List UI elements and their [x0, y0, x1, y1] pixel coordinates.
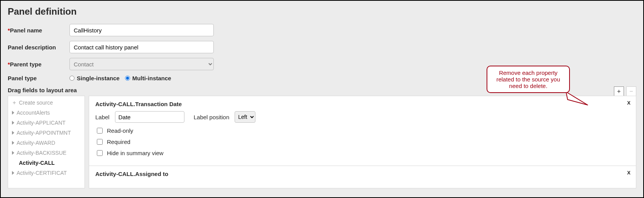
layout-area: + Create source AccountAlerts Activity-A… [8, 96, 636, 188]
parent-type-select[interactable]: Contact [69, 58, 214, 70]
minus-icon: − [629, 88, 633, 95]
hide-summary-label: Hide in summary view [107, 150, 164, 156]
remove-property-button[interactable]: X [627, 170, 630, 176]
radio-multi-instance[interactable]: Multi-instance [125, 75, 171, 81]
page-title: Panel definition [8, 6, 636, 17]
sidebar-item-certificat[interactable]: Activity-CERTIFICAT [10, 168, 83, 178]
label-row: Label Label position Left [95, 111, 630, 123]
property-layout-area[interactable]: Activity-CALL.Transaction Date X Label L… [89, 96, 636, 188]
sidebar-list: + Create source AccountAlerts Activity-A… [8, 96, 85, 179]
property-title: Activity-CALL.Assigned to [95, 171, 630, 177]
source-sidebar[interactable]: + Create source AccountAlerts Activity-A… [8, 96, 85, 188]
label-parent-type: *Parent type [8, 61, 69, 68]
hide-summary-checkbox[interactable] [97, 150, 103, 156]
panel-definition-screen: Panel definition *Panel name Panel descr… [0, 0, 644, 198]
chevron-right-icon [12, 151, 14, 155]
property-block-assigned-to: Activity-CALL.Assigned to X [89, 166, 636, 186]
chevron-right-icon [12, 171, 14, 175]
hide-summary-row: Hide in summary view [95, 149, 630, 157]
label-panel-desc: Panel description [8, 44, 69, 51]
row-panel-name: *Panel name [8, 24, 636, 36]
sidebar-item-award[interactable]: Activity-AWARD [10, 138, 83, 148]
required-label: Required [107, 139, 130, 145]
label-label: Label [95, 114, 110, 120]
annotation-callout: Remove each property related to the sour… [487, 66, 570, 93]
required-row: Required [95, 138, 630, 146]
readonly-row: Read-only [95, 127, 630, 135]
layout-toolbar: + − [614, 86, 636, 96]
property-title: Activity-CALL.Transaction Date [95, 101, 630, 107]
sidebar-item-applicant[interactable]: Activity-APPLICANT [10, 118, 83, 128]
chevron-right-icon [12, 111, 14, 115]
chevron-right-icon [12, 141, 14, 145]
panel-name-input[interactable] [69, 24, 214, 36]
add-button[interactable]: + [614, 86, 624, 96]
readonly-label: Read-only [107, 127, 133, 134]
property-block-transaction-date: Activity-CALL.Transaction Date X Label L… [89, 96, 636, 166]
label-panel-type: Panel type [8, 75, 69, 81]
label-panel-name: *Panel name [8, 27, 69, 34]
sidebar-create-source[interactable]: + Create source [10, 98, 83, 108]
plus-icon: + [12, 100, 17, 106]
sidebar-item-backissue[interactable]: Activity-BACKISSUE [10, 148, 83, 158]
row-panel-desc: Panel description [8, 41, 636, 53]
sidebar-item-call[interactable]: Activity-CALL [10, 158, 83, 168]
sidebar-item-appointmnt[interactable]: Activity-APPOINTMNT [10, 128, 83, 138]
required-checkbox[interactable] [97, 139, 103, 145]
radio-single-input[interactable] [69, 76, 74, 81]
remove-property-button[interactable]: X [627, 100, 630, 106]
label-position-select[interactable]: Left [235, 111, 255, 123]
remove-button: − [626, 86, 636, 96]
readonly-checkbox[interactable] [97, 128, 103, 134]
panel-type-radio-group: Single-instance Multi-instance [69, 75, 171, 81]
label-position-label: Label position [194, 114, 230, 120]
radio-multi-input[interactable] [125, 76, 130, 81]
chevron-right-icon [12, 131, 14, 135]
chevron-right-icon [12, 121, 14, 125]
label-input[interactable] [115, 111, 184, 123]
sidebar-item-accountalerts[interactable]: AccountAlerts [10, 108, 83, 118]
panel-desc-input[interactable] [69, 41, 214, 53]
radio-single-instance[interactable]: Single-instance [69, 75, 120, 81]
plus-icon: + [617, 88, 620, 95]
